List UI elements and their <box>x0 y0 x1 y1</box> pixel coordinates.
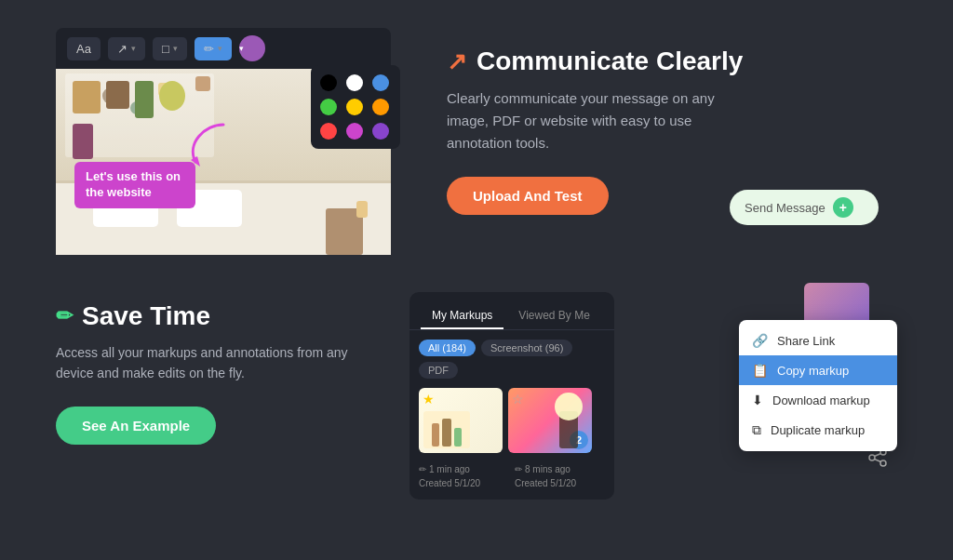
annotation-tool-mockup: Aa ↗ ▾ □ ▾ ✏ ▾ ▾ <box>56 28 391 255</box>
svg-point-2 <box>869 455 875 460</box>
filter-all[interactable]: All (184) <box>419 340 476 356</box>
color-button[interactable]: ▾ <box>239 35 265 61</box>
arrow-button[interactable]: ↗ ▾ <box>108 37 145 60</box>
svg-line-5 <box>875 460 881 462</box>
color-green[interactable] <box>320 99 337 115</box>
star-badge-2: ☆ <box>512 392 524 407</box>
color-red[interactable] <box>320 123 337 140</box>
filter-screenshot[interactable]: Screenshot (96) <box>481 340 572 356</box>
color-purple[interactable] <box>372 123 389 140</box>
markup-filters: All (184) Screenshot (96) PDF <box>409 330 614 388</box>
svg-line-4 <box>875 454 881 457</box>
color-picker-popup <box>311 65 400 149</box>
communicate-clearly-desc: Clearly communicate your message on any … <box>447 87 745 154</box>
markup-manager-area: Send Message + my-title.png My Markups V… <box>409 292 897 500</box>
save-title-text: Save Time <box>82 301 210 331</box>
communicate-clearly-section: ↗ Communicate Clearly Clearly communicat… <box>447 28 897 215</box>
annotation-label: Let's use this on the website <box>74 162 195 208</box>
markup-thumb-2[interactable]: ☆ 2 <box>508 388 592 453</box>
star-badge-1: ★ <box>423 392 435 407</box>
time-1: ✏ 1 min ago <box>419 462 509 476</box>
annotation-toolbar: Aa ↗ ▾ □ ▾ ✏ ▾ ▾ <box>56 28 391 69</box>
send-message-text: Send Message <box>745 201 825 215</box>
created-1: Created 5/1/20 <box>419 476 509 490</box>
color-black[interactable] <box>320 74 337 91</box>
brush-button[interactable]: ✏ ▾ <box>195 37 232 60</box>
markup-tabs: My Markups Viewed By Me <box>409 292 614 330</box>
arrow-icon: ↗ <box>447 47 467 76</box>
see-example-button[interactable]: See An Example <box>56 407 216 445</box>
download-icon: ⬇ <box>752 393 763 407</box>
markup-thumbnails: ★ ☆ 2 <box>409 388 614 462</box>
markup-panel: My Markups Viewed By Me All (184) Screen… <box>409 292 614 500</box>
color-orange[interactable] <box>372 99 389 115</box>
communicate-clearly-title: ↗ Communicate Clearly <box>447 47 897 76</box>
duplicate-markup-label: Duplicate markup <box>771 423 865 437</box>
rect-button[interactable]: □ ▾ <box>153 37 187 60</box>
main-container: Aa ↗ ▾ □ ▾ ✏ ▾ ▾ <box>0 0 953 560</box>
copy-icon: 📋 <box>752 363 768 378</box>
share-link-label: Share Link <box>777 334 835 348</box>
color-blue[interactable] <box>372 74 389 91</box>
tab-viewed-by-me[interactable]: Viewed By Me <box>507 303 600 329</box>
created-2: Created 5/1/20 <box>515 476 605 490</box>
markup-thumb-1[interactable]: ★ <box>419 388 503 453</box>
copy-markup-label: Copy markup <box>777 364 849 378</box>
svg-point-3 <box>880 460 886 466</box>
upload-and-test-button[interactable]: Upload And Test <box>447 177 609 215</box>
save-time-desc: Access all your markups and annotations … <box>56 342 372 384</box>
filter-pdf[interactable]: PDF <box>419 362 458 379</box>
send-button[interactable]: + <box>833 197 853 218</box>
pencil-icon: ✏ <box>56 304 73 328</box>
duplicate-icon: ⧉ <box>752 422 761 438</box>
context-menu: 🔗 Share Link 📋 Copy markup ⬇ Download ma… <box>739 320 897 451</box>
save-time-section: ✏ Save Time Access all your markups and … <box>56 292 372 445</box>
markup-meta: ✏ 1 min ago Created 5/1/20 ✏ 8 mins ago … <box>409 462 614 500</box>
save-time-title: ✏ Save Time <box>56 301 372 331</box>
color-white[interactable] <box>346 74 363 91</box>
share-link-item[interactable]: 🔗 Share Link <box>739 326 897 355</box>
pencil-small-icon-2: ✏ <box>515 462 522 476</box>
link-icon: 🔗 <box>752 333 768 348</box>
meta-item-1: ✏ 1 min ago Created 5/1/20 <box>419 462 509 490</box>
meta-item-2: ✏ 8 mins ago Created 5/1/20 <box>515 462 605 490</box>
send-message-bubble[interactable]: Send Message + <box>730 190 879 225</box>
time-2: ✏ 8 mins ago <box>515 462 605 476</box>
font-button[interactable]: Aa <box>67 37 101 60</box>
duplicate-markup-item[interactable]: ⧉ Duplicate markup <box>739 415 897 446</box>
color-pink[interactable] <box>346 123 363 140</box>
title-text: Communicate Clearly <box>476 47 743 76</box>
tab-my-markups[interactable]: My Markups <box>421 303 503 329</box>
bottom-section: ✏ Save Time Access all your markups and … <box>56 292 897 500</box>
pencil-small-icon: ✏ <box>419 462 426 476</box>
copy-markup-item[interactable]: 📋 Copy markup <box>739 355 897 385</box>
color-yellow[interactable] <box>346 99 363 115</box>
download-markup-label: Download markup <box>772 393 870 407</box>
download-markup-item[interactable]: ⬇ Download markup <box>739 385 897 415</box>
